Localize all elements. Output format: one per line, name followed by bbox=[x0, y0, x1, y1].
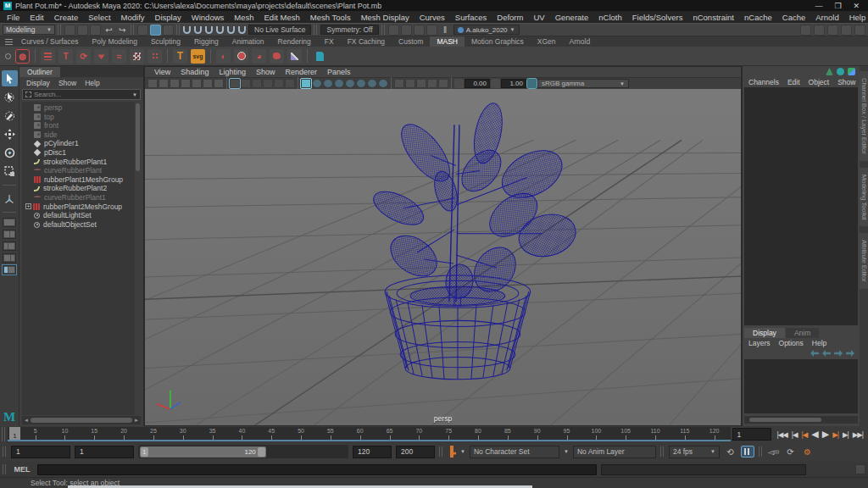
anim-layer-dropdown[interactable]: No Anim Layer bbox=[573, 446, 656, 458]
mash-world-icon[interactable] bbox=[234, 49, 248, 64]
section-grip[interactable] bbox=[176, 25, 181, 35]
script-editor-icon[interactable] bbox=[855, 464, 865, 474]
current-frame-marker[interactable]: 1 bbox=[9, 427, 20, 440]
raise-panels-icon[interactable] bbox=[800, 25, 811, 36]
snap-to-point-icon[interactable] bbox=[205, 26, 213, 34]
outliner-item-front[interactable]: front bbox=[34, 121, 135, 130]
menu-7[interactable]: Mesh bbox=[229, 13, 259, 22]
layer-list[interactable] bbox=[744, 359, 858, 413]
outliner-persp-layout-button[interactable] bbox=[3, 265, 16, 274]
section-grip[interactable] bbox=[314, 25, 318, 35]
mash-curve-icon[interactable]: ≈ bbox=[112, 49, 126, 64]
mash-blob-icon[interactable] bbox=[270, 49, 284, 64]
rotate-tool[interactable] bbox=[2, 145, 18, 161]
select-by-object-icon[interactable] bbox=[150, 25, 161, 36]
persp-side-layout-button[interactable] bbox=[3, 241, 16, 251]
section-grip[interactable] bbox=[381, 25, 386, 35]
tab-attribute-editor[interactable]: Attribute Editor bbox=[860, 233, 868, 289]
channel-box-menu-2[interactable]: Object bbox=[805, 78, 833, 86]
channel-box-menu-0[interactable]: Channels bbox=[745, 78, 782, 86]
layer-menu-0[interactable]: Layers bbox=[745, 339, 774, 347]
shelf-tab-1[interactable]: Poly Modeling bbox=[86, 36, 144, 47]
raise-application-icon[interactable] bbox=[814, 25, 825, 36]
outliner-menu-2[interactable]: Help bbox=[81, 79, 103, 87]
outliner-menu-0[interactable]: Display bbox=[23, 79, 53, 87]
redo-icon[interactable]: ↪ bbox=[117, 25, 128, 36]
section-grip[interactable] bbox=[131, 25, 135, 35]
stacked-layout-icon[interactable] bbox=[252, 79, 262, 88]
menu-4[interactable]: Modify bbox=[116, 13, 150, 22]
view-transform-dropdown[interactable]: sRGB gamma ▼ bbox=[537, 79, 629, 88]
exposure-field[interactable]: 0.00 bbox=[465, 79, 490, 88]
maximize-button[interactable]: ❒ bbox=[834, 2, 841, 10]
character-set-dropdown[interactable]: No Character Set bbox=[470, 446, 559, 458]
section-grip[interactable] bbox=[2, 427, 6, 441]
channel-box-list[interactable] bbox=[744, 87, 858, 325]
chevron-down-icon[interactable]: ▼ bbox=[460, 449, 465, 454]
shadows-icon[interactable] bbox=[345, 79, 355, 88]
menu-17[interactable]: Fields/Solvers bbox=[627, 13, 688, 22]
layer-menu-2[interactable]: Help bbox=[809, 339, 830, 347]
make-live-icon[interactable] bbox=[238, 26, 246, 34]
playback-start-field[interactable]: 1 bbox=[75, 446, 134, 458]
side-by-side-layout-icon[interactable] bbox=[241, 79, 251, 88]
single-pane-layout-icon[interactable] bbox=[230, 79, 240, 88]
menu-5[interactable]: Display bbox=[150, 13, 186, 22]
section-grip[interactable] bbox=[759, 446, 763, 457]
animation-start-field[interactable]: 1 bbox=[11, 446, 70, 458]
ipr-render-icon[interactable] bbox=[414, 25, 425, 36]
play-backwards-button[interactable]: ◀ bbox=[810, 429, 819, 440]
menu-18[interactable]: nConstraint bbox=[687, 13, 739, 22]
channel-box-menu-3[interactable]: Show bbox=[834, 78, 859, 86]
view-transform-icon[interactable] bbox=[527, 79, 537, 88]
mash-grid-icon[interactable] bbox=[130, 49, 144, 64]
x-ray-icon[interactable] bbox=[405, 79, 415, 88]
outliner-item-curverubberplant1[interactable]: curveRubberPlant1 bbox=[34, 193, 135, 202]
outliner-vertical-scrollbar[interactable] bbox=[135, 102, 141, 415]
layer-tab-display[interactable]: Display bbox=[744, 328, 785, 338]
type-tool-icon[interactable]: T bbox=[173, 49, 187, 64]
shelf-tab-4[interactable]: Animation bbox=[225, 36, 271, 47]
outliner-horizontal-scrollbar[interactable]: ◄► bbox=[22, 416, 141, 424]
svg-tool-icon[interactable]: svg bbox=[191, 49, 205, 64]
move-layer-up-icon[interactable] bbox=[834, 350, 843, 357]
mash-rotate-icon[interactable]: ⟳ bbox=[76, 49, 91, 64]
menu-20[interactable]: Cache bbox=[777, 13, 810, 22]
snap-to-grid-icon[interactable] bbox=[183, 26, 191, 34]
joint-x-ray-icon[interactable] bbox=[416, 79, 426, 88]
outliner-panel-tab[interactable]: Outliner bbox=[19, 67, 60, 77]
mash-points-icon[interactable] bbox=[147, 49, 162, 64]
viewport-menu-4[interactable]: Renderer bbox=[281, 68, 321, 76]
play-forwards-button[interactable]: ▶ bbox=[821, 429, 830, 440]
select-tool[interactable] bbox=[2, 70, 18, 86]
new-scene-icon[interactable] bbox=[64, 25, 75, 36]
menu-16[interactable]: nCloth bbox=[593, 13, 626, 22]
lock-camera-icon[interactable] bbox=[159, 79, 169, 88]
menu-10[interactable]: Mesh Display bbox=[356, 13, 415, 22]
outliner-search-input[interactable]: Search... ▼ bbox=[22, 89, 141, 100]
new-layer-selected-icon[interactable] bbox=[822, 350, 831, 357]
undo-icon[interactable]: ↩ bbox=[103, 25, 114, 36]
single-pane-layout-button[interactable] bbox=[3, 218, 16, 227]
snap-to-curve-icon[interactable] bbox=[194, 26, 202, 34]
pause-icon[interactable]: ‖ bbox=[440, 25, 451, 36]
graph-icon[interactable] bbox=[848, 68, 855, 75]
menu-0[interactable]: File bbox=[2, 13, 25, 22]
menu-19[interactable]: nCache bbox=[739, 13, 777, 22]
outliner-item-rubberplant1meshgroup[interactable]: rubberPlant1MeshGroup bbox=[34, 175, 135, 185]
mash-trails-icon[interactable] bbox=[287, 49, 302, 64]
toggle-icons-text-icon[interactable] bbox=[841, 25, 852, 36]
menu-14[interactable]: UV bbox=[528, 13, 549, 22]
outliner-item-side[interactable]: side bbox=[34, 130, 135, 140]
exposure-icon[interactable] bbox=[454, 79, 464, 88]
minimize-button[interactable]: — bbox=[815, 2, 822, 10]
gate-mask-icon[interactable] bbox=[438, 79, 448, 88]
step-back-frame-button[interactable]: |◀ bbox=[790, 430, 799, 439]
range-track[interactable]: 1 120 bbox=[138, 445, 348, 458]
section-grip[interactable] bbox=[3, 464, 7, 474]
auto-keyframe-toggle[interactable] bbox=[741, 446, 754, 458]
menu-1[interactable]: Edit bbox=[25, 13, 48, 22]
textured-icon[interactable] bbox=[323, 79, 333, 88]
viewport-menu-3[interactable]: Show bbox=[252, 68, 280, 76]
step-forward-key-button[interactable]: ▶| bbox=[831, 430, 840, 439]
